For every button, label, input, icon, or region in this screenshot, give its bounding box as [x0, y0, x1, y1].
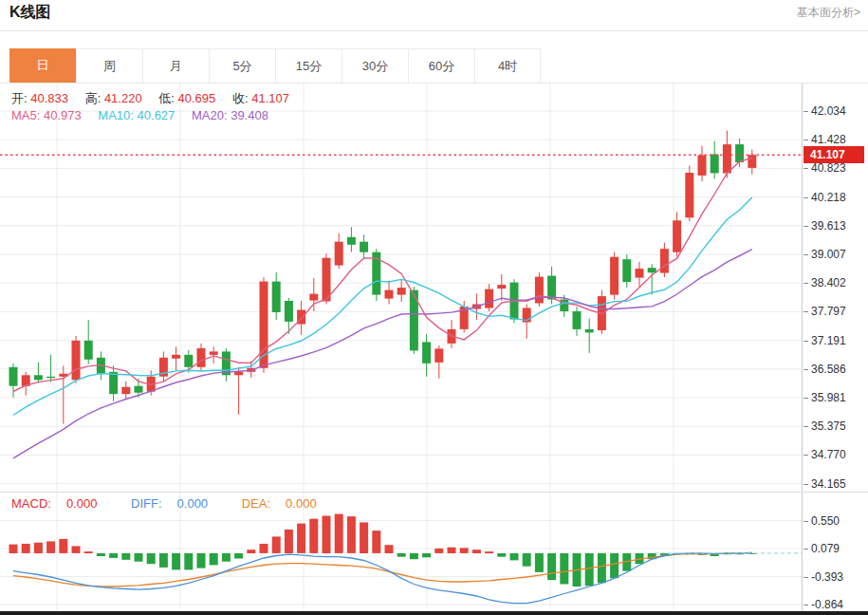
- price-axis: 41.107 42.03441.42840.82340.21839.61339.…: [802, 84, 868, 492]
- macd-axis-tick: 0.079: [803, 542, 840, 555]
- macd-chart[interactable]: [0, 493, 802, 611]
- price-axis-tick: 37.797: [803, 305, 846, 318]
- price-axis-tick: 36.586: [803, 363, 846, 376]
- chart-bottom-border: [0, 611, 868, 615]
- tab-day[interactable]: 日: [9, 48, 76, 83]
- price-axis-tick: 35.375: [803, 419, 846, 433]
- tabs-left-pad: [0, 48, 9, 83]
- fundamental-analysis-link[interactable]: 基本面分析>: [797, 5, 860, 21]
- main-chart-pane: 41.107 42.03441.42840.82340.21839.61339.…: [0, 84, 868, 492]
- price-axis-tick: 37.191: [803, 334, 846, 347]
- tab-15min[interactable]: 15分: [275, 48, 342, 83]
- chart-area: 41.107 42.03441.42840.82340.21839.61339.…: [0, 84, 868, 611]
- macd-axis: 0.5500.079-0.393-0.864: [802, 493, 868, 611]
- tab-month[interactable]: 月: [142, 48, 209, 83]
- price-axis-tick: 40.823: [803, 161, 846, 175]
- current-price-badge: 41.107: [803, 146, 864, 163]
- price-axis-tick: 38.402: [803, 276, 846, 289]
- price-axis-tick: 34.165: [803, 477, 846, 491]
- macd-pane: 0.5500.079-0.393-0.864 MACD:0.000 DIFF:0…: [0, 492, 868, 611]
- page-header: K线图 基本面分析>: [0, 0, 868, 31]
- price-axis-tick: 34.770: [803, 448, 846, 461]
- tab-30min[interactable]: 30分: [342, 48, 408, 83]
- price-axis-tick: 39.007: [803, 248, 846, 261]
- candlestick-chart[interactable]: [0, 84, 802, 492]
- tab-week[interactable]: 周: [76, 48, 142, 83]
- price-axis-tick: 39.613: [803, 219, 846, 233]
- period-tabs: 日周月5分15分30分60分4时: [0, 48, 868, 84]
- kline-app: K线图 基本面分析> 日周月5分15分30分60分4时 41.107 42.03…: [0, 0, 868, 615]
- price-axis-tick: 41.428: [803, 133, 846, 146]
- macd-axis-tick: -0.864: [803, 598, 843, 611]
- price-axis-tick: 35.981: [803, 391, 846, 404]
- macd-axis-tick: 0.550: [803, 514, 840, 528]
- macd-axis-tick: -0.393: [803, 570, 843, 584]
- page-title: K线图: [9, 3, 51, 23]
- tab-5min[interactable]: 5分: [209, 48, 275, 83]
- tab-60min[interactable]: 60分: [408, 48, 474, 83]
- tab-4hour[interactable]: 4时: [474, 48, 541, 83]
- price-axis-tick: 40.218: [803, 191, 846, 204]
- price-axis-tick: 42.034: [803, 104, 846, 118]
